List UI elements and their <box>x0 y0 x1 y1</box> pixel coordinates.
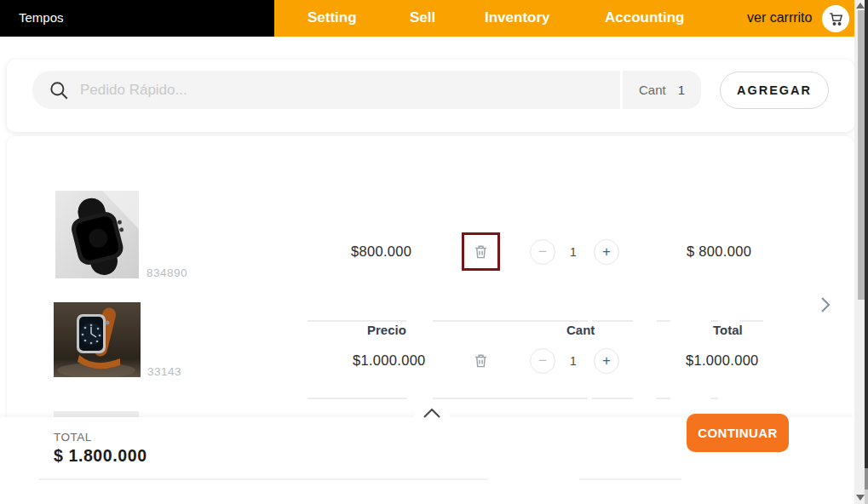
pos-app: Tempos Setting Sell Inventory Accounting… <box>0 0 868 504</box>
total-row-2: $1.000.000 <box>686 352 759 369</box>
column-header-qty: Cant <box>566 323 595 337</box>
scroll-down-icon[interactable] <box>856 495 865 501</box>
top-nav-bar: Tempos Setting Sell Inventory Accounting… <box>0 0 868 37</box>
nav-item-setting[interactable]: Setting <box>308 0 357 36</box>
increase-qty-button-2[interactable]: + <box>594 348 619 374</box>
decrease-qty-button-1[interactable]: − <box>530 239 555 265</box>
nav-item-inventory[interactable]: Inventory <box>485 0 550 36</box>
trash-icon <box>473 352 489 369</box>
row-divider <box>592 398 633 399</box>
brand-title: Tempos <box>19 0 64 35</box>
row-divider <box>433 320 588 322</box>
trash-icon <box>473 243 489 260</box>
shopping-cart-icon <box>828 11 843 26</box>
brand-block: Tempos <box>0 0 274 37</box>
column-header-price: Precio <box>367 323 406 337</box>
product-code-2: 33143 <box>147 365 181 378</box>
row-divider <box>657 320 670 322</box>
product-image-1 <box>55 191 139 278</box>
decrease-qty-button-2[interactable]: − <box>530 348 555 374</box>
search-icon <box>48 79 70 101</box>
row-divider <box>433 398 588 399</box>
price-row-2: $1.000.000 <box>353 352 426 369</box>
price-row-1: $800.000 <box>351 243 411 260</box>
nav-item-accounting[interactable]: Accounting <box>605 0 685 36</box>
screen-edge <box>865 0 868 468</box>
nav-item-sell[interactable]: Sell <box>410 0 435 36</box>
delete-item-button-1[interactable] <box>462 232 500 271</box>
chevron-right-icon <box>819 296 831 313</box>
total-value: $ 1.800.000 <box>54 446 147 466</box>
vertical-scrollbar[interactable] <box>854 0 868 504</box>
qty-value[interactable]: 1 <box>678 83 685 97</box>
row-divider <box>711 398 718 399</box>
item-qty-1: 1 <box>570 245 577 259</box>
row-divider <box>308 320 406 322</box>
cart-button[interactable] <box>822 5 849 32</box>
delete-item-button-2[interactable] <box>462 341 500 380</box>
screen-edge <box>865 468 868 490</box>
collapse-summary-button[interactable] <box>413 404 451 441</box>
row-divider <box>711 320 718 322</box>
footer-divider <box>579 478 681 480</box>
quick-order-card: Cant 1 AGREGAR <box>7 60 854 132</box>
add-button[interactable]: AGREGAR <box>720 72 829 109</box>
product-code-1: 834890 <box>147 266 187 279</box>
quick-order-input[interactable] <box>80 71 620 109</box>
product-image-2 <box>54 302 141 377</box>
continue-button[interactable]: CONTINUAR <box>687 414 789 452</box>
row-divider <box>592 320 633 322</box>
increase-qty-button-1[interactable]: + <box>594 239 619 265</box>
next-page-button[interactable] <box>819 296 831 317</box>
row-divider <box>308 398 406 399</box>
quick-order-searchbar[interactable] <box>32 71 620 109</box>
item-qty-2: 1 <box>570 354 577 368</box>
qty-label: Cant <box>639 83 666 97</box>
footer-divider <box>38 478 488 480</box>
column-header-total: Total <box>713 323 743 337</box>
total-row-1: $ 800.000 <box>687 243 751 260</box>
chevron-up-icon <box>423 407 441 419</box>
screen-edge <box>865 490 868 504</box>
row-divider <box>657 398 670 399</box>
view-cart-link[interactable]: ver carrrito <box>747 0 812 36</box>
scroll-up-icon[interactable] <box>856 3 865 9</box>
partial-product-image-3 <box>54 411 139 417</box>
row-divider <box>739 320 763 322</box>
quick-order-qty[interactable]: Cant 1 <box>623 71 701 109</box>
total-label: TOTAL <box>54 431 92 444</box>
